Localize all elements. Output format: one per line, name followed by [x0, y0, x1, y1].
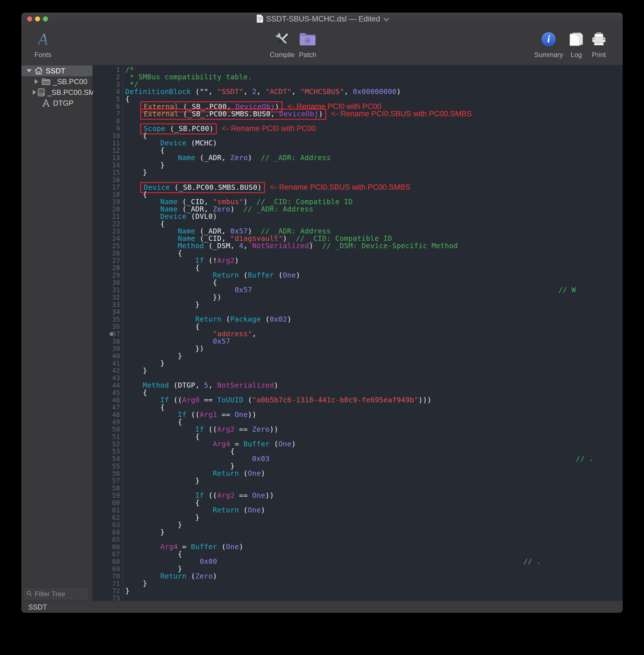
line-number: 33: [93, 301, 123, 308]
sidebar-item-sb-pc00-sm[interactable]: _SB.PC00.SM...: [21, 87, 93, 98]
line-number: 35: [93, 316, 123, 323]
disclosure-right-icon[interactable]: [33, 79, 40, 84]
line-number: 66: [93, 543, 123, 550]
code-line: 15 }: [93, 169, 623, 176]
code-token: ,: [252, 330, 257, 338]
code-token: (_ADR,: [195, 154, 230, 162]
search-icon: [26, 590, 32, 598]
code-token: ): [244, 198, 257, 206]
line-number: 67: [93, 550, 123, 558]
code-token: Name: [178, 234, 195, 243]
method-icon: [41, 99, 51, 107]
sidebar-item-ssdt[interactable]: SSDT: [21, 66, 93, 76]
line-number: 18: [93, 191, 123, 198]
line-number: 65: [93, 536, 123, 543]
line-number: 14: [93, 161, 123, 169]
code-token: (: [274, 271, 283, 279]
line-number: 42: [93, 367, 123, 375]
code-token: Device: [160, 139, 187, 147]
code-token: Arg2: [217, 491, 235, 499]
line-number: 34: [93, 308, 123, 316]
code-token: ))): [418, 396, 432, 404]
code-text: {: [123, 250, 182, 257]
code-token: 0x00: [200, 557, 217, 565]
code-line: 22 {: [93, 220, 623, 228]
code-line: 14 }: [93, 161, 623, 169]
code-text: }): [123, 294, 222, 301]
code-token: If: [160, 396, 169, 404]
code-line: 71 }: [93, 580, 623, 587]
code-token: [125, 234, 178, 243]
line-number: 62: [93, 514, 123, 521]
code-token: ): [261, 469, 266, 477]
code-token: // .: [576, 455, 594, 463]
code-token: ): [248, 227, 261, 235]
code-token: [125, 469, 213, 477]
code-token: }: [125, 528, 165, 536]
code-token: One: [279, 440, 292, 448]
code-token: "SSDT": [217, 88, 244, 96]
title-chevron-icon[interactable]: [384, 16, 389, 21]
code-text: }: [123, 587, 130, 594]
code-text: [123, 117, 125, 125]
code-token: (_ADR,: [195, 227, 230, 235]
code-text: {: [123, 132, 147, 139]
code-token: Return: [213, 271, 239, 279]
code-token: [125, 337, 213, 345]
code-line: 7 External (_SB_.PC00.SMBS.BUS0, DeviceO…: [93, 110, 623, 117]
patch-icon: [299, 29, 316, 49]
filter-tree-box: [24, 589, 88, 599]
status-text: SSDT: [28, 603, 47, 611]
disclosure-down-icon[interactable]: [25, 69, 33, 72]
code-token: [125, 455, 252, 463]
line-number: 60: [93, 499, 123, 506]
line-number: 27: [93, 257, 123, 264]
line-number: 50: [93, 426, 123, 433]
code-token: }: [125, 521, 182, 529]
code-text: }: [123, 580, 147, 587]
code-token: }: [125, 587, 130, 595]
code-text: [123, 308, 125, 316]
code-token: (_DSM,: [204, 242, 239, 250]
print-icon: [591, 29, 607, 49]
line-number: 48: [93, 411, 123, 419]
line-number: 16: [93, 176, 123, 183]
code-text: }: [123, 565, 182, 572]
code-text: External (_SB_.PC00.SMBS.BUS0, DeviceObj…: [123, 110, 472, 117]
fonts-button[interactable]: A Fonts: [23, 29, 63, 59]
code-text: 0x00 // .: [123, 558, 541, 565]
rename-annotation: <- Rename PCI0 with PC00: [222, 124, 316, 133]
code-text: }: [123, 161, 165, 169]
code-editor[interactable]: 1/*2 * SMBus compatibility table.3 */4De…: [93, 65, 623, 601]
code-token: One: [235, 410, 248, 419]
line-number: 46: [93, 397, 123, 404]
disclosure-right-icon[interactable]: [33, 90, 36, 95]
line-number: 19: [93, 198, 123, 206]
code-line: 45 {: [93, 389, 623, 397]
code-token: [125, 198, 160, 206]
gutter-marker-dot[interactable]: [110, 332, 113, 336]
titlebar[interactable]: SSDT-SBUS-MCHC.dsl — Edited: [21, 13, 623, 26]
code-token: [125, 330, 213, 338]
code-text: [123, 594, 125, 601]
sidebar-item-dtgp[interactable]: DTGP: [21, 98, 93, 108]
code-line: 27 If (!Arg2): [93, 257, 623, 264]
line-number: 68: [93, 558, 123, 565]
code-token: ): [230, 205, 244, 213]
code-token: Method: [178, 242, 204, 250]
code-token: =: [178, 543, 191, 551]
code-text: {: [123, 433, 200, 441]
code-token: // _CID: Compatible ID: [296, 234, 392, 243]
code-token: ((: [187, 410, 200, 419]
code-lines: 1/*2 * SMBus compatibility table.3 */4De…: [93, 65, 623, 601]
code-token: (_SB_.PC00.SMBS.BUS0,: [179, 110, 279, 118]
patch-button[interactable]: Patch: [288, 29, 327, 59]
code-line: 9 Scope (_SB.PC00)<- Rename PCI0 with PC…: [93, 125, 623, 132]
sidebar-item-sb-pc00[interactable]: _SB.PC00: [21, 76, 93, 87]
line-number: 39: [93, 345, 123, 352]
code-token: ((: [169, 396, 182, 404]
line-number: 53: [93, 448, 123, 455]
code-text: If ((Arg2 == One)): [123, 492, 274, 499]
code-text: {: [123, 220, 165, 228]
print-button[interactable]: Print: [579, 29, 619, 59]
